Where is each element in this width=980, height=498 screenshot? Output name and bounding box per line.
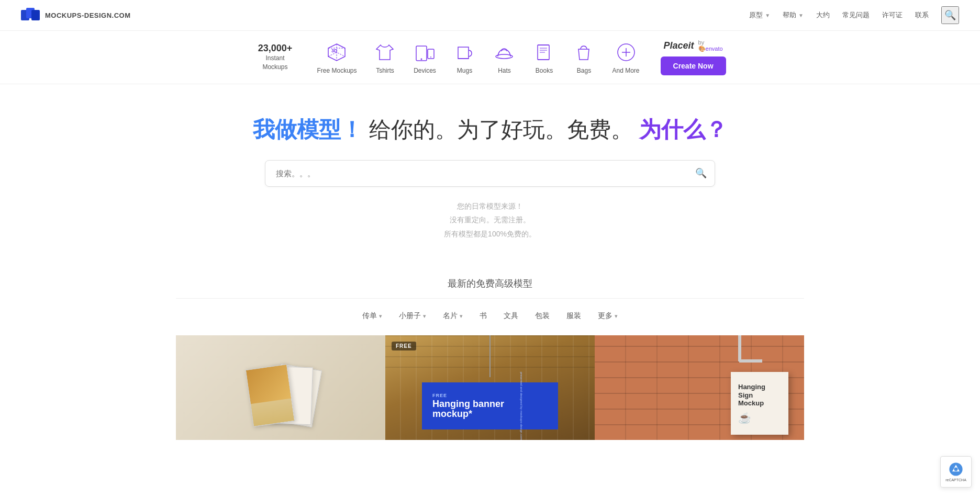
filter-tab-brochure[interactable]: 小册子 ▾ — [399, 311, 426, 321]
filter-tab-more[interactable]: 更多 ▾ — [598, 311, 618, 321]
filter-tab-packaging[interactable]: 包装 — [535, 311, 550, 321]
chevron-down-icon: ▼ — [798, 13, 804, 18]
nav-item-contact[interactable]: 联系 — [915, 10, 929, 20]
category-and-more[interactable]: And More — [612, 41, 639, 74]
create-now-button[interactable]: Create Now — [661, 56, 726, 75]
sign-bracket-vertical — [738, 335, 741, 361]
sign-bracket-horizontal — [739, 359, 762, 363]
hero-subtitle: 您的日常模型来源！ 没有重定向。无需注册。 所有模型都是100%免费的。 — [10, 199, 970, 241]
banner-side-text: presented and designed by mockups-design… — [520, 372, 524, 440]
category-devices-label: Devices — [414, 67, 436, 74]
banner-mockup: FREE Hanging bannermockup* presented and… — [385, 335, 595, 440]
placeit-by-text: by — [698, 39, 705, 46]
svg-text:3D: 3D — [331, 48, 338, 53]
card-hanging-sign[interactable]: Hanging Sign Mockup ☕ — [595, 335, 804, 440]
logo-link[interactable]: MOCKUPS-DESIGN.COM — [21, 8, 131, 22]
hero-title: 我做模型！ 给你的。为了好玩。免费。 为什么？ — [10, 116, 970, 144]
nav-item-about[interactable]: 大约 — [816, 10, 830, 20]
brochure-mockup — [233, 346, 328, 429]
chevron-down-icon: ▾ — [615, 313, 618, 320]
envato-text: 🎨envato — [698, 46, 723, 52]
brochure-page-1 — [246, 364, 295, 427]
search-bar-container: 🔍 — [265, 160, 715, 187]
placeit-text: Placeit — [663, 40, 694, 51]
category-free-mockups-label: Free Mockups — [317, 67, 357, 74]
category-books[interactable]: Books — [532, 41, 555, 74]
category-tshirts-label: Tshirts — [376, 67, 394, 74]
card-visual-hanging-sign: Hanging Sign Mockup ☕ — [595, 335, 804, 440]
cards-grid: FREE Hanging bannermockup* presented and… — [176, 335, 804, 440]
plus-circle-icon — [615, 41, 638, 64]
logo-icon — [21, 8, 40, 22]
hat-icon — [493, 41, 516, 64]
category-mugs[interactable]: Mugs — [453, 41, 476, 74]
filter-tab-clothing[interactable]: 服装 — [566, 311, 581, 321]
category-mugs-label: Mugs — [457, 67, 472, 74]
filter-tab-business-card[interactable]: 名片 ▾ — [443, 311, 463, 321]
category-bags-label: Bags — [577, 67, 591, 74]
banner-title-text: Hanging bannermockup* — [432, 399, 548, 420]
box-3d-icon: 3D — [325, 41, 348, 64]
header-search-button[interactable]: 🔍 — [941, 6, 959, 24]
category-bags[interactable]: Bags — [572, 41, 595, 74]
chevron-down-icon: ▾ — [423, 313, 426, 320]
header: MOCKUPS-DESIGN.COM 原型 ▼ 帮助 ▼ 大约 常见问题 许可证… — [0, 0, 980, 31]
book-icon — [532, 41, 555, 64]
placeit-logo: Placeit by 🎨envato — [663, 39, 722, 52]
hero-title-accent2: 为什么？ — [639, 117, 727, 142]
hero-section: 我做模型！ 给你的。为了好玩。免费。 为什么？ 🔍 您的日常模型来源！ 没有重定… — [0, 84, 980, 256]
main-nav: 原型 ▼ 帮助 ▼ 大约 常见问题 许可证 联系 🔍 — [749, 6, 959, 24]
nav-item-faq[interactable]: 常见问题 — [842, 10, 870, 20]
logo-text: MOCKUPS-DESIGN.COM — [45, 12, 131, 19]
category-devices[interactable]: Devices — [413, 41, 436, 74]
section-title: 最新的免费高级模型 — [10, 277, 970, 290]
mockups-section: 最新的免费高级模型 传单 ▾ 小册子 ▾ 名片 ▾ 书 文具 包装 服装 更多 … — [0, 256, 980, 440]
banner-categories: 3D Free Mockups Tshirts Devices — [317, 41, 639, 74]
sign-card: Hanging Sign Mockup ☕ — [731, 372, 788, 435]
nav-item-help[interactable]: 帮助 ▼ — [783, 10, 804, 20]
devices-icon — [413, 41, 436, 64]
filter-tab-book[interactable]: 书 — [480, 311, 487, 321]
search-submit-button[interactable]: 🔍 — [695, 167, 707, 179]
category-hats-label: Hats — [498, 67, 511, 74]
mockup-count-number: 23,000+ — [254, 43, 296, 54]
section-divider — [176, 298, 804, 299]
chevron-down-icon: ▾ — [379, 313, 382, 320]
category-hats[interactable]: Hats — [493, 41, 516, 74]
sign-title: Hanging Sign Mockup — [738, 383, 765, 408]
banner-bar: 23,000+ Instant Mockups 3D Free Mockups … — [0, 31, 980, 84]
chevron-down-icon: ▾ — [460, 313, 463, 320]
category-free-mockups[interactable]: 3D Free Mockups — [317, 41, 357, 74]
filter-tab-stationery[interactable]: 文具 — [504, 311, 518, 321]
sign-cup-icon: ☕ — [738, 412, 751, 424]
filter-tab-flyer[interactable]: 传单 ▾ — [362, 311, 382, 321]
free-badge: FREE — [392, 342, 416, 350]
mockup-count: 23,000+ Instant Mockups — [254, 43, 296, 72]
placeit-area: Placeit by 🎨envato Create Now — [661, 39, 726, 75]
search-input[interactable] — [265, 160, 715, 187]
svg-rect-2 — [31, 10, 40, 20]
category-books-label: Books — [536, 67, 553, 74]
banner-free-text: FREE — [432, 393, 548, 398]
filter-tabs: 传单 ▾ 小册子 ▾ 名片 ▾ 书 文具 包装 服装 更多 ▾ — [10, 311, 970, 321]
category-and-more-label: And More — [612, 67, 639, 74]
nav-item-prototype[interactable]: 原型 ▼ — [749, 10, 770, 20]
banner-blue-panel: FREE Hanging bannermockup* presented and… — [422, 382, 558, 429]
svg-point-7 — [430, 56, 431, 58]
category-tshirts[interactable]: Tshirts — [373, 41, 396, 74]
nav-item-license[interactable]: 许可证 — [882, 10, 903, 20]
shirt-icon — [373, 41, 396, 64]
card-visual-brochure — [176, 335, 385, 440]
mockup-count-label: Instant Mockups — [254, 54, 296, 72]
card-banner[interactable]: FREE Hanging bannermockup* presented and… — [385, 335, 595, 440]
chevron-down-icon: ▼ — [765, 13, 770, 18]
mug-icon — [453, 41, 476, 64]
svg-point-6 — [421, 58, 422, 60]
bag-icon — [572, 41, 595, 64]
card-brochure[interactable] — [176, 335, 385, 440]
hero-title-accent: 我做模型！ — [253, 117, 363, 142]
card-visual-banner: FREE Hanging bannermockup* presented and… — [385, 335, 595, 440]
